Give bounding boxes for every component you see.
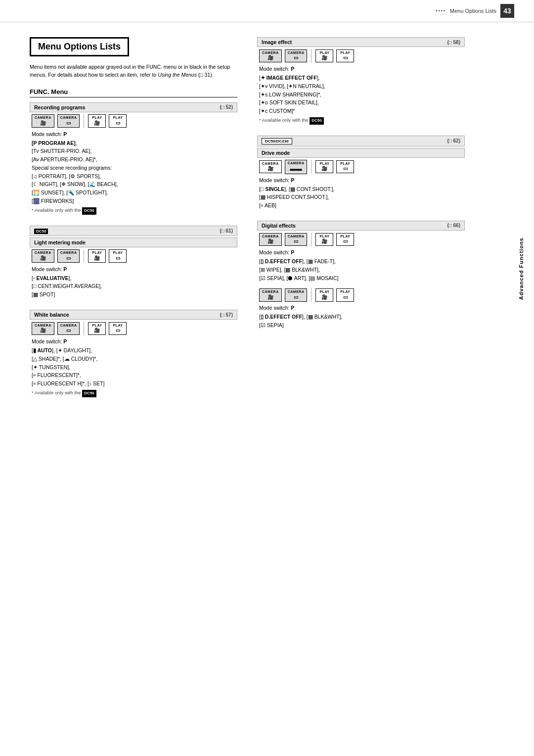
light-metering-ref: (□ 61) bbox=[220, 228, 233, 234]
left-column: Menu Options Lists Menu items not availa… bbox=[30, 37, 237, 408]
drive-mode-ref: (□ 62) bbox=[447, 138, 460, 143]
de2-camera-rec-badge: CAMERA 🎥 bbox=[259, 288, 282, 301]
header-bar: •••• Menu Options Lists 43 bbox=[0, 0, 534, 22]
content-area: Menu Options Lists Menu items not availa… bbox=[0, 22, 534, 423]
wb-play-photo-badge: PLAY ▭ bbox=[109, 322, 127, 335]
dm-play-photo-badge: PLAY ▭ bbox=[336, 160, 354, 173]
white-balance-label: White balance bbox=[34, 312, 69, 318]
right-column: Image effect (□ 58) CAMERA 🎥 CAMERA ▭ PL… bbox=[257, 37, 465, 408]
intro-text: Menu items not available appear grayed o… bbox=[30, 63, 237, 79]
drive-mode-label-row: Drive mode bbox=[257, 148, 465, 158]
dc5030-badge: DC50/DC230 bbox=[262, 138, 293, 144]
divider bbox=[311, 233, 312, 246]
wb-play-rec-badge: PLAY 🎥 bbox=[88, 322, 106, 335]
white-balance-ref: (□ 57) bbox=[220, 312, 233, 318]
wb-note: * Available only with the DC50 bbox=[32, 389, 237, 397]
image-effect-modes: CAMERA 🎥 CAMERA ▭ PLAY 🎥 PLAY ▭ bbox=[257, 49, 465, 63]
digital-effects-label: Digital effects bbox=[262, 223, 296, 229]
light-metering-modes: CAMERA 🎥 CAMERA ▭ PLAY 🎥 PLAY ▭ bbox=[30, 249, 237, 263]
white-balance-mode-switch: Mode switch: P bbox=[32, 338, 237, 344]
recording-programs-modes: CAMERA 🎥 CAMERA ▭ PLAY 🎥 PLAY ▭ bbox=[30, 114, 237, 128]
white-balance-section: White balance (□ 57) CAMERA 🎥 CAMERA ▭ P… bbox=[30, 310, 237, 397]
de-play-photo-badge: PLAY ▭ bbox=[336, 233, 354, 246]
image-effect-list: [✦ IMAGE EFFECT OFF], [✦v VIVID], [✦N NE… bbox=[259, 74, 465, 125]
drive-mode-label: Drive mode bbox=[262, 150, 290, 156]
dm-camera-photo-badge: CAMERA ▬▬ bbox=[285, 160, 308, 174]
de2-play-photo-badge: PLAY ▭ bbox=[336, 288, 354, 301]
divider bbox=[84, 249, 84, 263]
page-number: 43 bbox=[500, 4, 514, 18]
recording-programs-ref: (□ 52) bbox=[220, 104, 233, 110]
recording-programs-label: Recording programs bbox=[34, 104, 85, 110]
divider bbox=[84, 114, 84, 128]
func-menu-title: FUNC. Menu bbox=[30, 88, 237, 97]
lm-camera-photo-badge: CAMERA ▭ bbox=[57, 249, 80, 262]
camera-rec-badge: CAMERA 🎥 bbox=[32, 114, 54, 127]
image-effect-label: Image effect bbox=[262, 39, 292, 45]
play-rec-badge: PLAY 🎥 bbox=[88, 114, 106, 127]
white-balance-modes: CAMERA 🎥 CAMERA ▭ PLAY 🎥 PLAY ▭ bbox=[30, 322, 237, 335]
page-title: Menu Options Lists bbox=[30, 37, 129, 56]
page: •••• Menu Options Lists 43 Advanced Func… bbox=[0, 0, 534, 756]
header-dots: •••• bbox=[436, 8, 446, 13]
divider bbox=[84, 322, 84, 335]
light-metering-label: Light metering mode bbox=[34, 239, 86, 245]
drive-mode-dc-header: DC50/DC230 (□ 62) bbox=[257, 136, 465, 146]
dm-play-rec-badge: PLAY 🎥 bbox=[315, 160, 333, 173]
white-balance-list: [▮ AUTO], [✦ DAYLIGHT], [△ SHADE]*, [☁ C… bbox=[32, 346, 237, 397]
digital-effects-header: Digital effects (□ 66) bbox=[257, 221, 465, 231]
image-effect-mode-switch: Mode switch: P bbox=[259, 66, 465, 72]
drive-mode-section: DC50/DC230 (□ 62) Drive mode CAMERA 🎥 CA… bbox=[257, 136, 465, 210]
drive-mode-list: [□ SINGLE], [▩ CONT.SHOOT.], [▩ HISPEED … bbox=[259, 185, 465, 210]
light-metering-header: DC50 (□ 61) bbox=[30, 226, 237, 236]
image-effect-section: Image effect (□ 58) CAMERA 🎥 CAMERA ▭ PL… bbox=[257, 37, 465, 125]
ie-camera-rec-badge: CAMERA 🎥 bbox=[259, 49, 282, 62]
recording-programs-header: Recording programs (□ 52) bbox=[30, 102, 237, 112]
wb-camera-rec-badge: CAMERA 🎥 bbox=[32, 322, 54, 335]
divider bbox=[311, 160, 312, 174]
recording-note: * Available only with the DC50 bbox=[32, 206, 237, 215]
de-modes-1: CAMERA 🎥 CAMERA ▭ PLAY 🎥 PLAY ▭ bbox=[257, 233, 465, 246]
drive-mode-modes: CAMERA 🎥 CAMERA ▬▬ PLAY 🎥 PLAY ▭ bbox=[257, 160, 465, 174]
image-effect-header: Image effect (□ 58) bbox=[257, 37, 465, 47]
digital-effects-ref: (□ 66) bbox=[447, 223, 460, 228]
ie-note: * Available only with the DC50 bbox=[259, 116, 465, 125]
divider bbox=[311, 288, 312, 302]
light-metering-mode-switch: Mode switch: P bbox=[32, 266, 237, 272]
sidebar-label: Advanced Functions bbox=[518, 237, 524, 300]
lm-play-rec-badge: PLAY 🎥 bbox=[88, 249, 106, 262]
ie-play-photo-badge: PLAY ▭ bbox=[336, 49, 354, 62]
de-list-2: [▯ D.EFFECT OFF], [▩ BLK&WHT], [☑ SEPIA] bbox=[259, 313, 465, 330]
lm-play-photo-badge: PLAY ▭ bbox=[109, 249, 127, 262]
de2-camera-photo-badge: CAMERA ▭ bbox=[285, 288, 308, 301]
wb-camera-photo-badge: CAMERA ▭ bbox=[57, 322, 80, 335]
header-title: Menu Options Lists bbox=[450, 8, 496, 14]
camera-photo-badge: CAMERA ▭ bbox=[57, 114, 80, 127]
ie-camera-photo-badge: CAMERA ▭ bbox=[285, 49, 308, 62]
drive-mode-mode-switch: Mode switch: P bbox=[259, 177, 465, 183]
de-list-1: [▯ D.EFFECT OFF], [▦ FADE-T], [⊞ WIPE], … bbox=[259, 257, 465, 282]
de-mode-switch-1: Mode switch: P bbox=[259, 249, 465, 255]
recording-programs-list: [P PROGRAM AE], [Tv SHUTTER-PRIO. AE], [… bbox=[32, 139, 237, 215]
de-camera-photo-badge: CAMERA ▭ bbox=[285, 233, 308, 246]
light-metering-list: [▫ EVALUATIVE], [□ CENT.WEIGHT.AVERAGE],… bbox=[32, 274, 237, 299]
de-play-rec-badge: PLAY 🎥 bbox=[315, 233, 333, 246]
lm-camera-rec-badge: CAMERA 🎥 bbox=[32, 249, 54, 262]
light-metering-label-row: Light metering mode bbox=[30, 237, 237, 247]
ie-play-rec-badge: PLAY 🎥 bbox=[315, 49, 333, 62]
digital-effects-section: Digital effects (□ 66) CAMERA 🎥 CAMERA ▭ bbox=[257, 221, 465, 330]
divider bbox=[311, 49, 312, 63]
recording-programs-section: Recording programs (□ 52) CAMERA 🎥 CAMER… bbox=[30, 102, 237, 215]
de2-play-rec-badge: PLAY 🎥 bbox=[315, 288, 333, 301]
image-effect-ref: (□ 58) bbox=[447, 40, 460, 45]
light-metering-section: DC50 (□ 61) Light metering mode CAMERA 🎥… bbox=[30, 226, 237, 299]
de-camera-rec-badge: CAMERA 🎥 bbox=[259, 233, 282, 246]
dc50-badge-inline: DC50 bbox=[34, 228, 49, 234]
de-mode-switch-2: Mode switch: P bbox=[259, 305, 465, 311]
dm-camera-rec-badge: CAMERA 🎥 bbox=[259, 160, 282, 173]
play-photo-badge: PLAY ▭ bbox=[109, 114, 127, 127]
de-modes-2: CAMERA 🎥 CAMERA ▭ PLAY 🎥 PLAY ▭ bbox=[257, 288, 465, 302]
recording-mode-switch: Mode switch: P bbox=[32, 131, 237, 137]
white-balance-header: White balance (□ 57) bbox=[30, 310, 237, 320]
